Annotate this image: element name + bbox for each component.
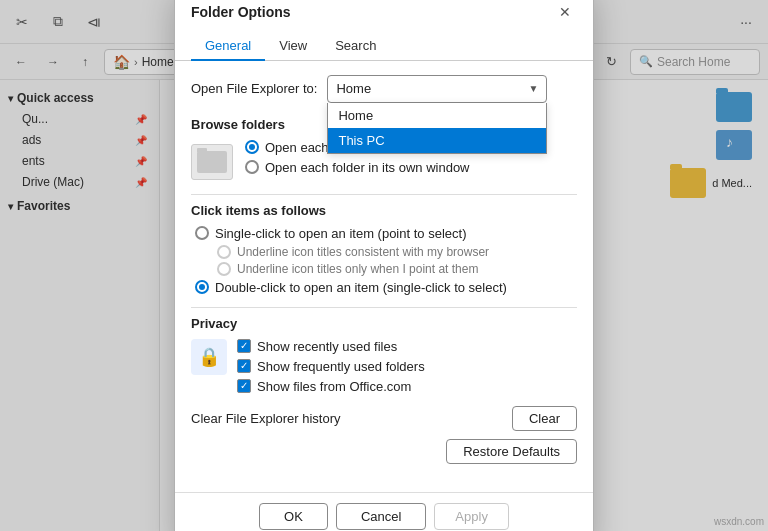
dialog-close-button[interactable]: ✕ <box>553 0 577 24</box>
section-divider-2 <box>191 307 577 308</box>
click-sub-group: Underline icon titles consistent with my… <box>217 245 577 276</box>
tab-view[interactable]: View <box>265 32 321 61</box>
folder-preview-icon <box>197 151 227 173</box>
dropdown-list[interactable]: Home This PC <box>327 103 547 154</box>
folder-options-dialog: Folder Options ✕ General View Search Ope… <box>174 0 594 531</box>
privacy-check1[interactable]: Show recently used files <box>237 339 425 354</box>
dropdown-option-home[interactable]: Home <box>328 103 546 128</box>
checkbox-office-files <box>237 379 251 393</box>
browse-folder-preview <box>191 144 233 180</box>
dropdown-value: Home <box>336 81 371 96</box>
open-explorer-row: Open File Explorer to: Home ▼ Home This … <box>191 75 577 103</box>
click-radio-group: Single-click to open an item (point to s… <box>195 226 577 295</box>
click-sub1-label: Underline icon titles consistent with my… <box>237 245 489 259</box>
dialog-titlebar: Folder Options ✕ <box>175 0 593 24</box>
privacy-checkboxes: Show recently used files Show frequently… <box>237 339 425 394</box>
tab-general[interactable]: General <box>191 32 265 61</box>
click-sub-radio1[interactable]: Underline icon titles consistent with my… <box>217 245 577 259</box>
privacy-check1-label: Show recently used files <box>257 339 397 354</box>
click-single-radio[interactable]: Single-click to open an item (point to s… <box>195 226 577 241</box>
radio-circle-single <box>195 226 209 240</box>
click-double-radio[interactable]: Double-click to open an item (single-cli… <box>195 280 577 295</box>
dialog-footer: OK Cancel Apply <box>175 492 593 532</box>
privacy-check2[interactable]: Show frequently used folders <box>237 359 425 374</box>
click-items-section: Click items as follows Single-click to o… <box>191 203 577 295</box>
section-divider <box>191 194 577 195</box>
checkbox-frequent-folders <box>237 359 251 373</box>
privacy-check2-label: Show frequently used folders <box>257 359 425 374</box>
dialog-overlay: Folder Options ✕ General View Search Ope… <box>0 0 768 531</box>
dialog-tabs: General View Search <box>175 32 593 61</box>
click-radio1-label: Single-click to open an item (point to s… <box>215 226 466 241</box>
browse-radio2-label: Open each folder in its own window <box>265 160 470 175</box>
privacy-section: Privacy 🔒 Show recently used files Show … <box>191 316 577 394</box>
cancel-button[interactable]: Cancel <box>336 503 426 530</box>
privacy-check3-label: Show files from Office.com <box>257 379 411 394</box>
radio-circle-sub2 <box>217 262 231 276</box>
restore-defaults-button[interactable]: Restore Defaults <box>446 439 577 464</box>
ok-button[interactable]: OK <box>259 503 328 530</box>
dropdown-option-thispc[interactable]: This PC <box>328 128 546 153</box>
checkbox-recent-files <box>237 339 251 353</box>
click-radio2-label: Double-click to open an item (single-cli… <box>215 280 507 295</box>
chevron-down-icon: ▼ <box>529 83 539 94</box>
open-explorer-label: Open File Explorer to: <box>191 81 317 96</box>
radio-circle-double <box>195 280 209 294</box>
click-sub-radio2[interactable]: Underline icon titles only when I point … <box>217 262 577 276</box>
open-explorer-dropdown[interactable]: Home ▼ <box>327 75 547 103</box>
apply-button[interactable]: Apply <box>434 503 509 530</box>
privacy-icon: 🔒 <box>191 339 227 375</box>
privacy-check3[interactable]: Show files from Office.com <box>237 379 425 394</box>
dialog-body: Open File Explorer to: Home ▼ Home This … <box>175 61 593 492</box>
click-items-title: Click items as follows <box>191 203 577 218</box>
tab-search[interactable]: Search <box>321 32 390 61</box>
privacy-header: 🔒 Show recently used files Show frequent… <box>191 339 577 394</box>
dialog-title: Folder Options <box>191 4 291 20</box>
radio-circle-sub1 <box>217 245 231 259</box>
browse-radio-own-window[interactable]: Open each folder in its own window <box>245 160 483 175</box>
radio-circle-same <box>245 140 259 154</box>
clear-row: Clear File Explorer history Clear <box>191 406 577 431</box>
click-sub2-label: Underline icon titles only when I point … <box>237 262 478 276</box>
restore-row: Restore Defaults <box>191 439 577 464</box>
radio-circle-own <box>245 160 259 174</box>
clear-label: Clear File Explorer history <box>191 411 341 426</box>
clear-button[interactable]: Clear <box>512 406 577 431</box>
privacy-title: Privacy <box>191 316 577 331</box>
open-explorer-dropdown-wrapper: Home ▼ Home This PC <box>327 75 547 103</box>
